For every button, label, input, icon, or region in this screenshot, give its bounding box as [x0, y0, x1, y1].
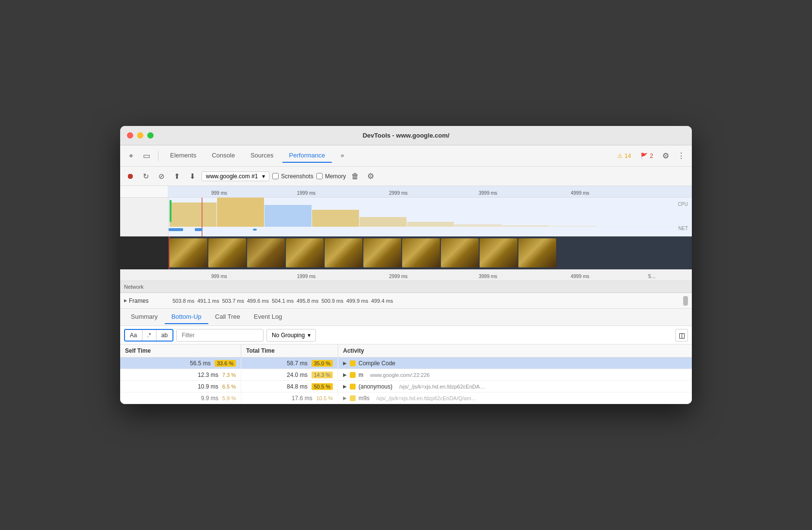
- scrollbar-thumb[interactable]: [683, 296, 688, 306]
- frames-row: ▶ Frames 503.8 ms 491.1 ms 503.7 ms 499.…: [120, 293, 692, 309]
- frame-time-9: 499.4 ms: [371, 298, 393, 304]
- row1-activity: ▶ Compile Code: [338, 358, 692, 369]
- more-options-icon[interactable]: ⋮: [674, 149, 688, 163]
- memory-label: Memory: [325, 173, 346, 180]
- frame-times: 503.8 ms 491.1 ms 503.7 ms 499.6 ms 504.…: [172, 298, 393, 304]
- device-toolbar-icon[interactable]: ▭: [140, 149, 153, 163]
- frame-time-1: 503.8 ms: [172, 298, 194, 304]
- row4-activity-label: m9s: [359, 395, 370, 402]
- activity-color-box: [350, 360, 356, 366]
- controls-row: ⏺ ↻ ⊘ ⬆ ⬇ www.google.com #1 ▾ Screenshot…: [120, 167, 692, 186]
- row2-url: www.google.com/:22:226: [370, 372, 430, 378]
- row1-total: 58.7 ms 35.0 %: [241, 358, 338, 369]
- frame-time-5: 504.1 ms: [272, 298, 294, 304]
- clear-button[interactable]: ⊘: [155, 170, 168, 183]
- row3-activity: ▶ (anonymous) /xjs/_/js/k=xjs.hd.en.fdzp…: [338, 381, 692, 392]
- upload-button[interactable]: ⬆: [171, 170, 183, 183]
- expand-icon[interactable]: ▶: [343, 360, 347, 366]
- row3-total-ms: 84.8 ms: [287, 383, 308, 390]
- table-header: Self Time Total Time Activity: [120, 344, 692, 358]
- col-activity: Activity: [338, 344, 692, 357]
- settings-icon[interactable]: ⚙: [659, 149, 672, 163]
- dropdown-icon: ▾: [262, 173, 265, 180]
- frame-time-6: 495.8 ms: [297, 298, 318, 304]
- row2-activity-label: m: [359, 372, 363, 378]
- maximize-button[interactable]: [147, 132, 154, 139]
- filmstrip-thumb: [518, 238, 556, 267]
- errors-badge[interactable]: 🚩 2: [637, 151, 657, 161]
- screenshots-checkbox[interactable]: Screenshots: [272, 173, 313, 180]
- tab-event-log[interactable]: Event Log: [247, 310, 289, 324]
- network-label-area: Network: [120, 281, 692, 293]
- sidebar-toggle-button[interactable]: ◫: [675, 329, 688, 342]
- close-button[interactable]: [127, 132, 133, 139]
- minimize-button[interactable]: [137, 132, 143, 139]
- window-title: DevTools - www.google.com/: [362, 132, 449, 139]
- frames-label[interactable]: ▶ Frames: [124, 297, 172, 304]
- warning-icon: ⚠: [617, 153, 623, 159]
- table-row[interactable]: 10.9 ms 6.5 % 84.8 ms 50.5 % ▶ (anonymou…: [120, 381, 692, 392]
- frame-time-2: 491.1 ms: [197, 298, 219, 304]
- download-button[interactable]: ⬇: [186, 170, 199, 183]
- record-button[interactable]: ⏺: [124, 170, 137, 183]
- filter-input[interactable]: [176, 329, 264, 342]
- filmstrip-thumb: [441, 238, 479, 267]
- screenshots-check-input[interactable]: [272, 173, 279, 179]
- grouping-select[interactable]: No Grouping ▾: [266, 329, 316, 342]
- activity-color-box: [350, 395, 356, 401]
- tab-sources[interactable]: Sources: [244, 149, 281, 163]
- expand-frames-icon[interactable]: ▶: [124, 298, 127, 303]
- filmstrip-thumb: [208, 238, 246, 267]
- delete-button[interactable]: 🗑: [349, 170, 361, 183]
- inspect-icon[interactable]: ⌖: [124, 149, 138, 163]
- table-row[interactable]: 56.5 ms 33.6 % 58.7 ms 35.0 % ▶ Compile …: [120, 358, 692, 369]
- tab-performance[interactable]: Performance: [282, 149, 332, 163]
- data-table: Self Time Total Time Activity 56.5 ms 33…: [120, 344, 692, 404]
- row3-activity-label: (anonymous): [359, 383, 392, 390]
- table-row[interactable]: 12.3 ms 7.3 % 24.0 ms 14.3 % ▶ m www.goo…: [120, 369, 692, 381]
- tab-call-tree[interactable]: Call Tree: [208, 310, 247, 324]
- row1-activity-label: Compile Code: [359, 360, 395, 367]
- filmstrip-thumb: [325, 238, 362, 267]
- memory-checkbox[interactable]: Memory: [316, 173, 346, 180]
- tab-elements[interactable]: Elements: [163, 149, 203, 163]
- table-row[interactable]: 9.9 ms 5.9 % 17.6 ms 10.5 % ▶ m9s /xjs/_…: [120, 392, 692, 404]
- row1-self-ms: 56.5 ms: [190, 360, 211, 367]
- tab-console[interactable]: Console: [205, 149, 242, 163]
- filter-row-right: ◫: [675, 329, 688, 342]
- row2-total-ms: 24.0 ms: [287, 372, 308, 378]
- profile-select[interactable]: www.google.com #1 ▾: [202, 171, 269, 181]
- row4-activity: ▶ m9s /xjs/_/js/k=xjs.hd.en.fdzp62cEnDA/…: [338, 392, 692, 404]
- row1-total-pct: 35.0 %: [312, 360, 333, 367]
- perf-settings-button[interactable]: ⚙: [364, 170, 377, 183]
- row3-self-pct: 6.5 %: [222, 384, 236, 390]
- tab-more[interactable]: »: [334, 149, 351, 163]
- tab-bottom-up[interactable]: Bottom-Up: [165, 310, 208, 324]
- memory-check-input[interactable]: [316, 173, 323, 179]
- case-sensitive-button[interactable]: Aa: [125, 330, 142, 341]
- row2-activity-cell: ▶ m www.google.com/:22:226: [343, 372, 430, 378]
- row3-url: /xjs/_/js/k=xjs.hd.en.fdzp62cEnDA…: [399, 384, 485, 390]
- tab-summary[interactable]: Summary: [124, 310, 165, 324]
- filmstrip-thumb: [247, 238, 285, 267]
- title-bar: DevTools - www.google.com/: [120, 126, 692, 145]
- profile-url: www.google.com #1: [206, 173, 258, 180]
- reload-button[interactable]: ↻: [140, 170, 152, 183]
- expand-icon[interactable]: ▶: [343, 372, 347, 377]
- analysis-tabs: Summary Bottom-Up Call Tree Event Log: [120, 309, 692, 326]
- row3-self-ms: 10.9 ms: [198, 383, 219, 390]
- frame-time-8: 499.9 ms: [346, 298, 368, 304]
- activity-color-box: [350, 384, 356, 390]
- whole-word-button[interactable]: ab: [156, 330, 172, 341]
- net-label: NET: [678, 226, 688, 231]
- regex-button[interactable]: .*: [142, 330, 156, 341]
- col-self-time: Self Time: [120, 344, 241, 357]
- ruler2-tick-2: 1999 ms: [297, 274, 315, 279]
- ruler2-tick-5: 4999 ms: [571, 274, 589, 279]
- expand-icon[interactable]: ▶: [343, 395, 347, 401]
- expand-icon[interactable]: ▶: [343, 384, 347, 389]
- traffic-lights[interactable]: [127, 132, 154, 139]
- ruler2-tick-6: 5…: [648, 274, 656, 279]
- row3-total-pct: 50.5 %: [312, 383, 333, 390]
- warnings-badge[interactable]: ⚠ 14: [613, 151, 635, 161]
